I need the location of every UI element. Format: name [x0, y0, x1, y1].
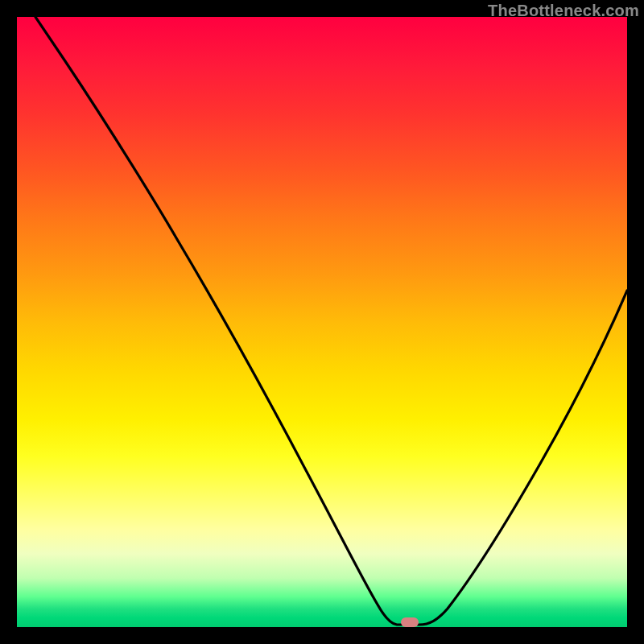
bottleneck-chart: TheBottleneck.com — [0, 0, 644, 644]
curve-layer — [17, 17, 627, 627]
bottleneck-curve-path — [35, 17, 627, 625]
optimal-point-marker — [401, 617, 419, 627]
watermark-text: TheBottleneck.com — [488, 2, 639, 20]
